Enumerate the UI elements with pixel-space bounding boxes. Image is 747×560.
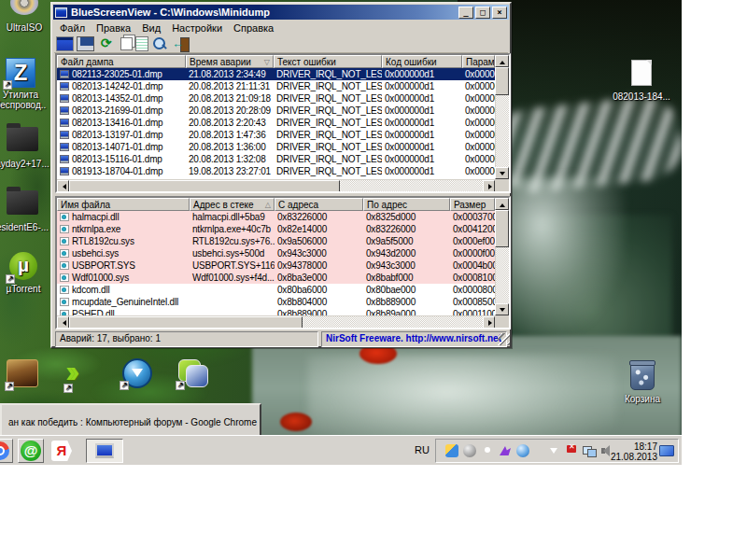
horizontal-scrollbar[interactable] [57,315,495,328]
dump-row[interactable]: 082013-13416-01.dmp20.08.2013 2:20:43DRI… [57,117,495,129]
module-file-icon [60,225,69,233]
scroll-thumb[interactable] [69,180,340,192]
column-header[interactable]: Текст ошибки [274,55,382,68]
module-row[interactable]: halmacpi.dllhalmacpi.dll+5ba90x832260000… [57,211,495,223]
exit-icon[interactable] [172,36,190,51]
module-row[interactable]: USBPORT.SYSUSBPORT.SYS+11670x943780000x9… [57,259,495,272]
module-list-header: Имя файлаАдрес в стеке△С адресаПо адресР… [57,198,495,211]
cell: 0x00008000 [450,285,495,295]
status-nirsoft-link[interactable]: NirSoft Freeware. http://www.nirsoft.net [321,331,507,347]
maximize-button[interactable]: □ [475,7,490,19]
module-file-icon [60,249,69,258]
module-row[interactable]: usbehci.sysusbehci.sys+500d0x943c30000x9… [57,247,495,259]
module-row[interactable]: ntkrnlpa.exentkrnlpa.exe+40c7b0x82e14000… [57,223,495,235]
column-header[interactable]: С адреса [275,198,363,211]
copy-icon[interactable] [120,37,133,50]
dump-row[interactable]: 082013-15116-01.dmp20.08.2013 1:32:08DRI… [57,153,495,165]
menu-options[interactable]: Настройки [166,21,228,35]
scroll-down-button[interactable] [495,303,509,315]
find-icon[interactable] [151,36,169,51]
sort-indicator-icon: ▽ [264,58,270,66]
dump-row[interactable]: 081913-18704-01.dmp19.08.2013 23:27:01DR… [57,165,495,177]
resize-grip[interactable] [498,333,510,345]
column-header[interactable]: Размер [450,198,495,211]
scroll-right-button[interactable] [483,316,495,329]
quicklaunch-mailru-button[interactable]: @ [18,439,44,463]
column-header[interactable]: Параметр [462,55,495,68]
cell: 0x8b889000 [363,297,450,307]
refresh-icon[interactable]: ⟳ [97,36,115,51]
window-titlebar[interactable]: BlueScreenView - C:\Windows\Minidump _ □… [53,5,509,20]
dump-row[interactable]: 082013-21699-01.dmp20.08.2013 20:28:09DR… [57,105,495,117]
module-row[interactable]: RTL8192cu.sysRTL8192cu.sys+76...0x9a5060… [57,235,495,247]
scroll-up-button[interactable] [495,55,509,67]
dump-file-icon [60,143,69,151]
desktop-icon-folder2[interactable]: esidentE6-... [0,188,52,232]
cell: DRIVER_IRQL_NOT_LESS... [274,142,382,152]
desktop-icon-recycle-bin[interactable]: Корзина [613,362,672,404]
desktop-icon-green-arrows[interactable]: ↗ [51,359,111,393]
gray-ball-icon[interactable] [463,444,476,457]
scroll-right-button[interactable] [483,180,495,192]
menu-view[interactable]: Вид [136,21,166,35]
dump-row[interactable]: 082113-23025-01.dmp21.08.2013 2:34:49DRI… [57,68,495,80]
module-row[interactable]: kdcom.dll0x80ba60000x80bae0000x00008000 [57,284,495,296]
blue-sphere-icon[interactable] [516,444,529,457]
column-header[interactable]: Время аварии▽ [186,55,274,68]
dump-row[interactable]: 082013-14352-01.dmp20.08.2013 21:09:18DR… [57,92,495,105]
save-icon[interactable] [77,36,94,51]
scroll-down-button[interactable] [495,167,509,179]
column-header[interactable]: Код ошибки [382,55,462,68]
cell: 0x000002 [462,154,495,164]
cell: 0x82e14000 [275,224,363,234]
cell: 0x000000d1 [382,93,462,104]
desktop-icon-download-master[interactable]: ↗ [107,358,167,390]
column-header[interactable]: Адрес в стеке△ [190,198,275,211]
menu-edit[interactable]: Правка [91,21,136,35]
properties-icon[interactable] [135,36,148,51]
column-header[interactable]: Имя файла [57,198,190,211]
dump-row[interactable]: 082013-14071-01.dmp20.08.2013 1:36:00DRI… [57,141,495,153]
quicklaunch-chrome-button[interactable] [0,439,13,463]
menu-file[interactable]: Файл [54,21,91,35]
desktop-icon-bioshock[interactable]: ↗ [0,359,52,391]
column-header[interactable]: Файл дампа [57,55,186,68]
taskbar-bluescreenview-button[interactable] [86,439,123,463]
minimize-button[interactable]: _ [458,7,473,19]
module-row[interactable]: mcupdate_GenuineIntel.dll0x8b8040000x8b8… [57,296,495,308]
quicklaunch-yandex-button[interactable]: Я [49,439,75,463]
cell: 0x000000d1 [382,130,462,140]
blue-screen-properties-icon[interactable] [56,36,74,51]
scroll-thumb[interactable] [495,210,509,247]
vertical-scrollbar[interactable] [495,198,509,315]
scroll-left-button[interactable] [57,316,69,329]
vertical-scrollbar[interactable] [495,55,509,179]
desktop-icon-utorrent[interactable]: µ ↗ µTorrent [0,252,53,294]
horizontal-scrollbar[interactable] [57,179,495,191]
close-button[interactable]: × [492,7,507,19]
scroll-left-button[interactable] [57,180,69,192]
desktop-icon-wireless-utility[interactable]: Z ↗ Утилита беспровод.. [0,58,54,110]
scroll-up-button[interactable] [495,198,509,210]
display-icon[interactable] [659,445,674,456]
clock[interactable]: 18:17 21.08.2013 [611,441,657,462]
desktop: UltraISO Z ↗ Утилита беспровод.. ayday2+… [0,0,682,465]
dump-row[interactable]: 082013-14242-01.dmp20.08.2013 21:11:31DR… [57,80,495,92]
language-indicator[interactable]: RU [412,441,432,458]
menu-help[interactable]: Справка [228,21,279,35]
desktop-icon-folder1[interactable]: ayday2+17... [0,124,52,169]
cell: DRIVER_IRQL_NOT_LESS... [274,81,382,91]
cell: USBPORT.SYS+1167 [190,260,275,271]
scroll-thumb[interactable] [69,316,303,329]
desktop-icon-format-factory[interactable]: ↗ [163,358,223,390]
cell: 082013-13197-01.dmp [57,130,186,140]
module-row[interactable]: Wdf01000.sysWdf01000.sys+f4d...0x8ba3e00… [57,272,495,284]
audio-utility-icon[interactable] [445,444,458,457]
chrome-window-strip[interactable]: ан как победить : Компьютерный форум - G… [0,403,261,437]
scroll-thumb[interactable] [495,67,509,95]
dump-file-icon [60,119,69,127]
desktop-icon-ultraiso[interactable]: UltraISO [0,0,54,33]
column-header[interactable]: По адрес [363,198,450,211]
dump-row[interactable]: 082013-13197-01.dmp20.08.2013 1:47:36DRI… [57,129,495,141]
desktop-icon-dump-file[interactable]: 082013-184... [612,60,671,102]
